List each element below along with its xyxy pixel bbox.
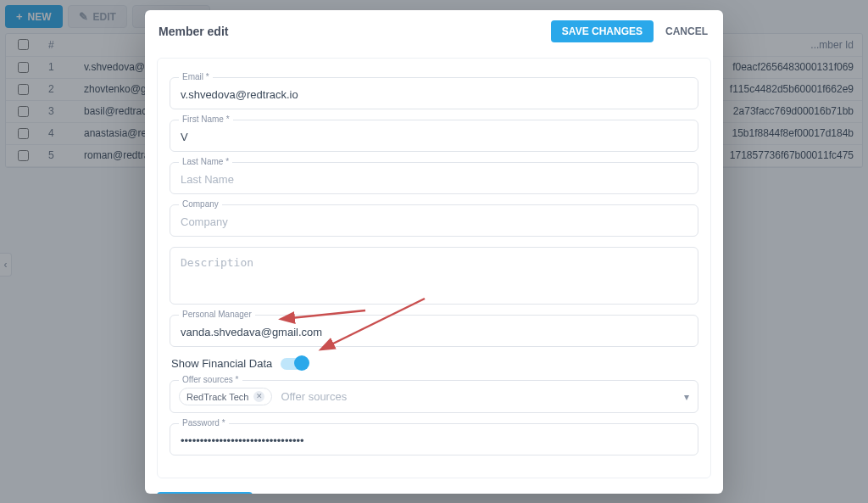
cancel-button-top[interactable]: CANCEL — [665, 25, 708, 37]
last-name-label: Last Name * — [179, 157, 232, 166]
manager-field-wrap: Personal Manager — [170, 315, 698, 347]
modal-overlay: Member edit SAVE CHANGES CANCEL Email * … — [0, 0, 868, 503]
offer-sources-input[interactable] — [281, 390, 676, 403]
offer-source-chip[interactable]: RedTrack Tech ✕ — [179, 388, 272, 405]
company-field[interactable] — [181, 215, 687, 228]
modal-inner-actions: SAVE CHANGES — [145, 483, 723, 494]
manager-field[interactable] — [181, 326, 687, 338]
member-edit-modal: Member edit SAVE CHANGES CANCEL Email * … — [145, 10, 723, 494]
chip-remove-icon[interactable]: ✕ — [253, 391, 264, 402]
form-panel: Email * First Name * Last Name * Company — [157, 58, 711, 478]
show-financial-toggle[interactable] — [281, 358, 308, 370]
show-financial-label: Show Financial Data — [171, 357, 272, 370]
first-name-label: First Name * — [179, 115, 233, 124]
company-field-wrap: Company — [170, 204, 698, 237]
company-label: Company — [179, 199, 222, 209]
first-name-field-wrap: First Name * — [170, 120, 698, 152]
password-field-wrap: Password * — [170, 423, 698, 455]
description-field[interactable] — [181, 256, 687, 293]
modal-title: Member edit — [159, 25, 228, 38]
save-button-top[interactable]: SAVE CHANGES — [551, 20, 654, 42]
modal-body: Email * First Name * Last Name * Company — [145, 49, 723, 483]
first-name-field[interactable] — [181, 131, 687, 143]
save-button-label: SAVE CHANGES — [562, 25, 643, 37]
offer-sources-label: Offer sources * — [179, 375, 242, 384]
show-financial-row: Show Financial Data — [171, 357, 698, 370]
modal-header: Member edit SAVE CHANGES CANCEL — [145, 10, 723, 49]
last-name-field-wrap: Last Name * — [170, 162, 698, 194]
email-field-wrap: Email * — [170, 77, 698, 109]
last-name-field[interactable] — [181, 173, 687, 186]
password-field[interactable] — [181, 434, 687, 447]
chevron-down-icon[interactable]: ▾ — [684, 391, 689, 403]
save-button-mid[interactable]: SAVE CHANGES — [157, 492, 253, 494]
chip-label: RedTrack Tech — [186, 392, 248, 402]
email-label: Email * — [179, 72, 213, 81]
password-label: Password * — [179, 418, 229, 428]
offer-sources-field-wrap[interactable]: Offer sources * RedTrack Tech ✕ ▾ — [170, 380, 698, 413]
manager-label: Personal Manager — [179, 310, 255, 319]
toggle-knob — [294, 355, 309, 371]
email-field[interactable] — [181, 88, 687, 101]
description-field-wrap — [170, 247, 698, 305]
